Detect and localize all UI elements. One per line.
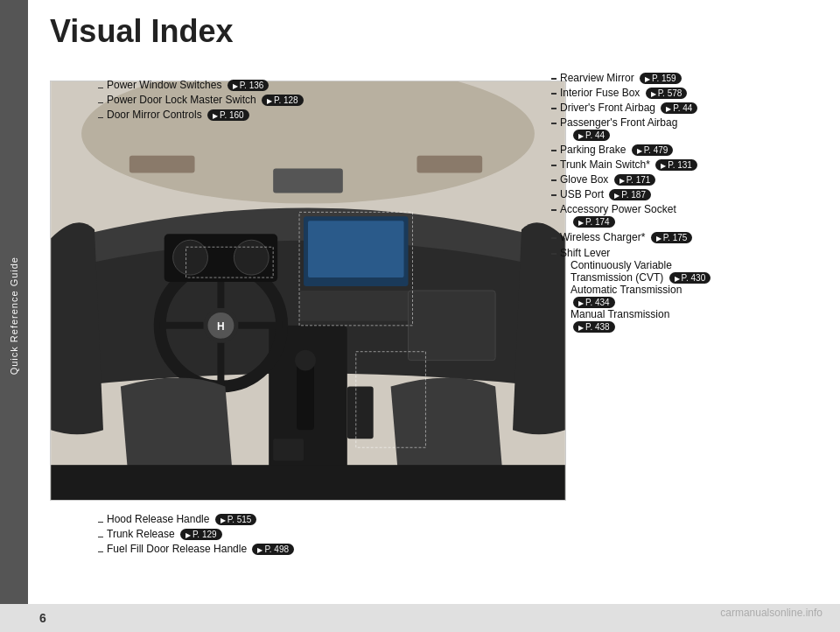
label-power-door-lock: Power Door Lock Master Switch P. 128 (98, 94, 304, 106)
bottom-bar: 6 (0, 604, 840, 632)
page-number: 6 (39, 611, 46, 625)
dash-icon (551, 165, 556, 166)
label-text: Interior Fuse Box P. 578 (560, 87, 687, 99)
svg-rect-23 (51, 465, 565, 500)
ref-power-window: P. 136 (228, 80, 270, 91)
ref-passengers-airbag: P. 44 (573, 130, 610, 141)
label-text: Trunk Main Switch* P. 131 (560, 158, 697, 171)
ref-door-mirror: P. 160 (207, 109, 249, 121)
label-rearview-mirror: Rearview Mirror P. 159 (551, 72, 822, 84)
label-text: Driver's Front Airbag P. 44 (560, 102, 697, 114)
label-text: Power Door Lock Master Switch P. 128 (107, 94, 304, 106)
svg-rect-17 (409, 291, 496, 361)
svg-rect-16 (299, 291, 412, 321)
svg-rect-19 (347, 387, 374, 439)
dash-icon (98, 117, 103, 119)
ref-wireless-charger: P. 175 (651, 232, 693, 243)
page-title: Visual Index (50, 13, 822, 50)
ref-accessory-power: P. 174 (573, 216, 615, 228)
dash-icon (98, 551, 103, 553)
ref-parking-brake: P. 479 (632, 144, 674, 156)
label-text-line2: P. 174 (570, 215, 676, 228)
svg-point-21 (295, 350, 316, 371)
label-usb-port: USB Port P. 187 (551, 188, 822, 200)
label-text: Trunk Release P. 129 (107, 528, 222, 540)
dash-icon (551, 123, 556, 124)
ref-rearview: P. 159 (640, 73, 682, 84)
labels-top-left: Power Window Switches P. 136 Power Door … (98, 79, 304, 123)
label-interior-fuse-box: Interior Fuse Box P. 578 (551, 87, 822, 99)
labels-right: Rearview Mirror P. 159 Interior Fuse Box… (551, 72, 822, 335)
dash-icon (551, 194, 556, 196)
main-content: Visual Index (28, 0, 840, 632)
svg-text:H: H (217, 320, 225, 333)
label-glove-box: Glove Box P. 171 (551, 173, 822, 186)
svg-rect-25 (416, 156, 482, 173)
shift-lever-label: Shift Lever (560, 247, 710, 259)
dash-icon (98, 102, 103, 104)
label-power-window-switches: Power Window Switches P. 136 (98, 79, 304, 91)
dash-icon (551, 78, 556, 80)
label-trunk-release: Trunk Release P. 129 (98, 528, 294, 540)
dash-icon (98, 537, 103, 538)
label-text: Glove Box P. 171 (560, 173, 655, 186)
content-area: H (98, 63, 822, 606)
auto-trans-label: Automatic Transmission (570, 284, 710, 296)
label-hood-release: Hood Release Handle P. 515 (98, 513, 294, 525)
svg-rect-15 (308, 221, 404, 277)
sidebar-label: Quick Reference Guide (9, 256, 19, 375)
label-trunk-main-switch: Trunk Main Switch* P. 131 (551, 158, 822, 171)
dash-icon (551, 150, 556, 151)
svg-rect-18 (273, 169, 343, 193)
label-accessory-power-socket: Accessory Power Socket P. 174 (551, 203, 822, 228)
svg-point-13 (234, 240, 269, 275)
label-text: Fuel Fill Door Release Handle P. 498 (107, 543, 294, 555)
ref-drivers-airbag: P. 44 (661, 102, 697, 114)
ref-fuel-fill-door: P. 498 (252, 544, 294, 555)
label-text: Wireless Charger* P. 175 (560, 231, 692, 243)
ref-manual-trans: P. 438 (573, 321, 615, 333)
label-text: Accessory Power Socket P. 174 (560, 203, 676, 228)
dash-icon (551, 253, 556, 255)
dash-icon (551, 209, 556, 211)
car-interior-illustration: H (51, 81, 565, 500)
manual-trans-label: Manual Transmission (570, 308, 710, 320)
label-text: Power Window Switches P. 136 (107, 79, 269, 91)
label-text: Parking Brake P. 479 (560, 144, 673, 156)
dash-icon (551, 237, 556, 239)
cvt-label: Continuously Variable (570, 259, 710, 271)
ref-hood-release: P. 515 (215, 514, 257, 525)
label-text: Rearview Mirror P. 159 (560, 72, 682, 84)
auto-trans-label2: P. 434 (570, 296, 710, 308)
ref-fuse-box: P. 578 (646, 88, 688, 99)
label-text-line2: P. 44 (570, 129, 677, 141)
watermark: carmanualsonline.info (720, 607, 822, 619)
label-text: Passenger's Front Airbag P. 44 (560, 116, 677, 141)
sidebar: Quick Reference Guide (0, 0, 28, 632)
label-parking-brake: Parking Brake P. 479 (551, 144, 822, 156)
label-fuel-fill-door: Fuel Fill Door Release Handle P. 498 (98, 543, 294, 555)
ref-trunk-main-switch: P. 131 (655, 159, 697, 171)
svg-point-12 (173, 240, 208, 275)
labels-bottom: Hood Release Handle P. 515 Trunk Release… (98, 513, 294, 558)
ref-usb-port: P. 187 (609, 189, 651, 200)
label-text-line1: Passenger's Front Airbag (560, 116, 677, 129)
ref-power-door: P. 128 (262, 95, 304, 106)
label-wireless-charger: Wireless Charger* P. 175 (551, 231, 822, 243)
dash-icon (551, 108, 556, 109)
dash-icon (98, 522, 103, 523)
svg-rect-22 (273, 439, 304, 460)
cvt-label2: Transmission (CVT) P. 430 (570, 271, 710, 284)
label-text: Shift Lever Continuously Variable Transm… (560, 247, 710, 333)
dash-icon (551, 93, 556, 95)
label-text: Hood Release Handle P. 515 (107, 513, 256, 525)
dash-icon (98, 88, 103, 89)
ref-auto-trans: P. 434 (573, 297, 615, 308)
label-passengers-airbag: Passenger's Front Airbag P. 44 (551, 116, 822, 141)
label-text: Door Mirror Controls P. 160 (107, 109, 249, 121)
ref-cvt: P. 430 (669, 272, 711, 284)
svg-rect-24 (130, 156, 195, 173)
dash-icon (551, 179, 556, 181)
ref-trunk-release: P. 129 (180, 529, 222, 540)
label-text: USB Port P. 187 (560, 188, 651, 200)
